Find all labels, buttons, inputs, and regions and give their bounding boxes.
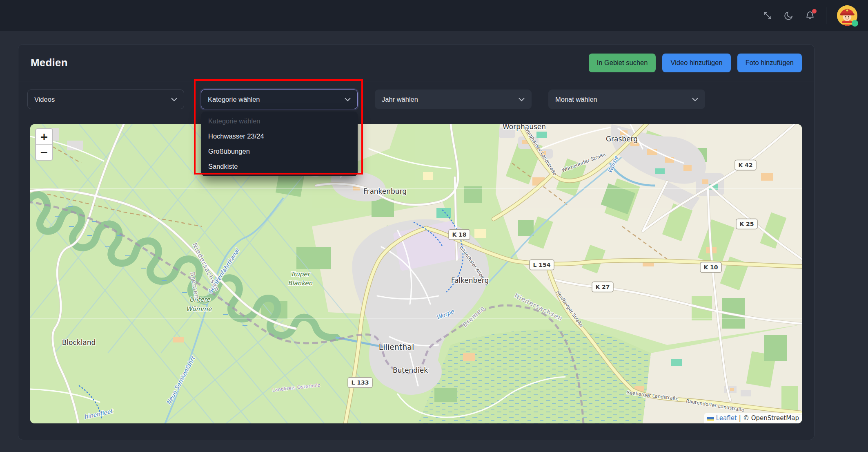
search-in-area-button[interactable]: In Gebiet suchen (589, 54, 656, 72)
zoom-in-button[interactable]: + (36, 129, 52, 145)
card-header: Medien In Gebiet suchen Video hinzufügen… (18, 45, 814, 81)
month-select[interactable]: Monat wählen (548, 90, 705, 109)
road-badge: K 18 (449, 230, 470, 240)
road-badge: K 25 (736, 219, 757, 229)
category-select-value: Kategorie wählen (208, 96, 260, 103)
header-actions: In Gebiet suchen Video hinzufügen Foto h… (589, 54, 802, 72)
year-select-value: Jahr wählen (382, 96, 418, 103)
bell-icon[interactable] (805, 10, 815, 21)
chevron-down-icon (345, 98, 351, 101)
media-type-select-value: Videos (34, 96, 55, 103)
ukraine-flag-icon (707, 416, 714, 421)
expand-icon[interactable] (762, 10, 773, 21)
dropdown-option[interactable]: Hochwasser 23/24 (201, 129, 358, 144)
svg-text:K 27: K 27 (595, 284, 610, 290)
svg-text:L 154: L 154 (533, 262, 550, 268)
map-label: Truper (290, 271, 311, 278)
road-badge: L 133 (348, 378, 372, 388)
map-label: Blänken (288, 280, 313, 287)
leaflet-link[interactable]: Leaflet (716, 414, 737, 422)
map-label: Grasberg (606, 135, 638, 143)
svg-text:L 133: L 133 (351, 379, 369, 386)
leaflet-map[interactable]: K 18L 154K 27K 42K 25K 10L 133 Worphause… (30, 124, 802, 423)
road-badge: K 42 (735, 160, 756, 170)
map-zoom-control: + − (35, 128, 53, 161)
map-label: Wümme (186, 305, 212, 313)
dropdown-option[interactable]: Sandkiste (201, 159, 358, 174)
map-label: Lilienthal (379, 342, 414, 351)
map-label: Blockland (62, 338, 96, 347)
category-select[interactable]: Kategorie wählen (201, 90, 358, 109)
page-title: Medien (31, 56, 68, 69)
map-label: Frankenburg (363, 187, 407, 195)
chevron-down-icon (692, 98, 698, 101)
moon-icon[interactable] (783, 10, 794, 21)
media-card: Medien In Gebiet suchen Video hinzufügen… (18, 44, 815, 440)
dropdown-option-placeholder: Kategorie wählen (201, 114, 358, 129)
road-badge: L 154 (530, 260, 554, 270)
page-root: { "navbar": { "icons": ["expand-icon", "… (0, 0, 868, 452)
road-badge: K 10 (700, 262, 721, 273)
chevron-down-icon (519, 98, 525, 101)
online-status-dot (852, 20, 858, 27)
map-label: Butendiek (393, 366, 428, 374)
top-navbar (0, 0, 868, 31)
svg-text:K 18: K 18 (452, 231, 466, 238)
chevron-down-icon (171, 98, 177, 101)
osm-copyright: © OpenStreetMap (743, 414, 799, 422)
add-video-button[interactable]: Video hinzufügen (662, 54, 730, 72)
map-tiles: K 18L 154K 27K 42K 25K 10L 133 Worphause… (30, 124, 802, 423)
map-attribution: Leaflet | © OpenStreetMap (704, 413, 802, 423)
navbar-divider (826, 7, 826, 24)
media-type-select[interactable]: Videos (27, 90, 184, 109)
year-select[interactable]: Jahr wählen (375, 90, 532, 109)
category-dropdown-menu: Kategorie wählen Hochwasser 23/24 Großüb… (201, 112, 358, 176)
month-select-value: Monat wählen (555, 96, 597, 103)
add-photo-button[interactable]: Foto hinzufügen (737, 54, 802, 72)
svg-text:K 25: K 25 (739, 221, 754, 227)
dropdown-option[interactable]: Großübungen (201, 144, 358, 159)
zoom-out-button[interactable]: − (36, 145, 52, 160)
road-badge: K 27 (592, 282, 613, 292)
notification-badge (812, 9, 817, 13)
svg-text:K 42: K 42 (738, 162, 752, 168)
attribution-separator: | (739, 414, 741, 422)
svg-text:K 10: K 10 (703, 264, 718, 271)
user-avatar[interactable] (837, 5, 857, 26)
